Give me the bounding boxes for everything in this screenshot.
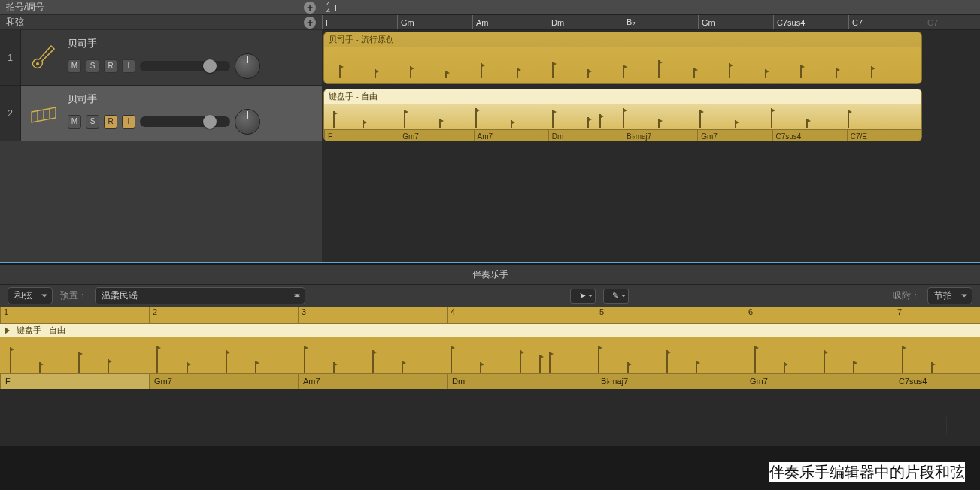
add-timesig-button[interactable]: +	[304, 2, 316, 14]
chord-cell[interactable]: Gm	[397, 15, 472, 29]
track-list-panel: 拍号/调号 + 和弦 + 1 贝司手 M S R	[0, 0, 322, 262]
ruler-bar[interactable]: 7	[894, 307, 980, 323]
input-button[interactable]: I	[122, 115, 135, 129]
chord-cell[interactable]: C7sus4	[773, 15, 848, 29]
region-chord[interactable]: Gm7	[697, 130, 772, 141]
ruler-bar[interactable]: 1	[0, 307, 149, 323]
chord-cell[interactable]: C7	[848, 15, 924, 29]
chord-cell[interactable]: B♭	[623, 15, 698, 29]
pointer-tool-button[interactable]: ➤	[570, 289, 596, 304]
editor-chord[interactable]: Gm7	[745, 374, 894, 389]
region-waveform	[327, 48, 918, 78]
region-label: 贝司手 - 流行原创	[324, 32, 921, 47]
time-signature: 44	[326, 1, 330, 14]
snap-dropdown[interactable]: 节拍	[927, 287, 972, 304]
region-chord[interactable]: F	[324, 130, 399, 141]
piano-icon	[27, 97, 60, 130]
chord-cell[interactable]: F	[322, 15, 397, 29]
chord-cell[interactable]: Gm	[698, 15, 773, 29]
pencil-tool-button[interactable]: ✎	[603, 289, 629, 304]
svg-point-0	[36, 62, 39, 65]
chord-mode-dropdown[interactable]: 和弦	[8, 287, 53, 304]
editor-waveform[interactable]	[0, 337, 980, 374]
mute-button[interactable]: M	[68, 59, 81, 73]
region-chord[interactable]: Am7	[474, 130, 548, 141]
editor-title: 伴奏乐手	[0, 265, 980, 285]
region-chord[interactable]: B♭maj7	[623, 130, 697, 141]
track-number: 2	[0, 86, 21, 141]
preset-label: 预置：	[60, 289, 87, 302]
pan-knob[interactable]	[235, 53, 260, 79]
track-row[interactable]: 2 贝司手 M S R I	[0, 86, 322, 141]
ruler-bar[interactable]: 2	[149, 307, 298, 323]
editor-chord[interactable]: B♭maj7	[596, 374, 745, 389]
region-chord[interactable]: C7sus4	[772, 130, 847, 141]
global-row-timesig[interactable]: 拍号/调号 +	[0, 0, 322, 15]
ruler-bar[interactable]: 6	[745, 307, 894, 323]
volume-slider[interactable]	[140, 61, 230, 71]
region-chord[interactable]: Gm7	[399, 130, 473, 141]
chord-cell-inactive: C7	[924, 15, 980, 29]
editor-chord[interactable]: Dm	[447, 374, 596, 389]
editor-chord[interactable]: Gm7	[149, 374, 298, 389]
pan-knob[interactable]	[235, 109, 260, 135]
input-button[interactable]: I	[122, 59, 135, 73]
pencil-icon: ✎	[612, 291, 619, 301]
global-row-chord[interactable]: 和弦 +	[0, 15, 322, 30]
region-keys[interactable]: 键盘手 - 自由 F Gm7 Am7 Dm B♭maj7	[323, 89, 922, 141]
mute-button[interactable]: M	[68, 115, 81, 129]
solo-button[interactable]: S	[86, 115, 99, 129]
track-name: 贝司手	[68, 37, 316, 50]
preset-dropdown[interactable]: 温柔民谣	[95, 287, 305, 304]
solo-button[interactable]: S	[86, 59, 99, 73]
region-chord[interactable]: C7/E	[847, 130, 921, 141]
record-button[interactable]: R	[104, 59, 117, 73]
ruler-bar[interactable]: 3	[298, 307, 447, 323]
editor-region-header[interactable]: 键盘手 - 自由	[0, 324, 980, 337]
timesig-label: 拍号/调号	[6, 1, 44, 14]
chord-ruler[interactable]: F Gm Am Dm B♭ Gm C7sus4 C7 C7	[322, 15, 980, 30]
editor-chord[interactable]: C7sus4	[894, 374, 980, 389]
volume-slider[interactable]	[140, 116, 230, 127]
track-number: 1	[0, 30, 21, 85]
add-chord-button[interactable]: +	[304, 17, 316, 29]
chord-cell[interactable]: Am	[472, 15, 548, 29]
chord-track-label: 和弦	[6, 16, 24, 29]
region-chord-strip: F Gm7 Am7 Dm B♭maj7 Gm7 C7sus4 C7/E	[324, 129, 921, 141]
pointer-icon: ➤	[579, 291, 586, 301]
timeline-panel: 44 F F Gm Am Dm B♭ Gm C7sus4 C7 C7 贝司手 -…	[322, 0, 980, 262]
region-waveform	[327, 105, 918, 128]
play-icon[interactable]	[5, 327, 14, 334]
chord-cell[interactable]: Dm	[548, 15, 623, 29]
region-label: 键盘手 - 自由	[324, 89, 921, 104]
editor-panel: 伴奏乐手 和弦 预置： 温柔民谣 ➤ ✎ 吸附： 节拍 1 2 3 4 5 6 …	[0, 265, 980, 446]
track-name: 贝司手	[68, 92, 316, 106]
callout-text: 伴奏乐手编辑器中的片段和弦	[769, 462, 965, 482]
callout-line	[946, 417, 947, 434]
record-button[interactable]: R	[104, 115, 117, 129]
region-bass[interactable]: 贝司手 - 流行原创	[323, 32, 922, 84]
editor-chord[interactable]: Am7	[298, 374, 447, 389]
key-signature: F	[335, 3, 340, 12]
snap-label: 吸附：	[893, 289, 920, 302]
region-chord[interactable]: Dm	[548, 130, 623, 141]
editor-chord-strip: F Gm7 Am7 Dm B♭maj7 Gm7 C7sus4	[0, 374, 980, 389]
editor-region-label: 键盘手 - 自由	[17, 325, 65, 336]
editor-chord[interactable]: F	[0, 374, 149, 389]
editor-toolbar: 和弦 预置： 温柔民谣 ➤ ✎ 吸附： 节拍	[0, 285, 980, 307]
track-row[interactable]: 1 贝司手 M S R I	[0, 30, 322, 86]
editor-bar-ruler[interactable]: 1 2 3 4 5 6 7	[0, 307, 980, 324]
ruler-bar[interactable]: 4	[447, 307, 596, 323]
ruler-bar[interactable]: 5	[596, 307, 745, 323]
bass-guitar-icon	[27, 41, 60, 74]
timesig-ruler[interactable]: 44 F	[322, 0, 980, 15]
